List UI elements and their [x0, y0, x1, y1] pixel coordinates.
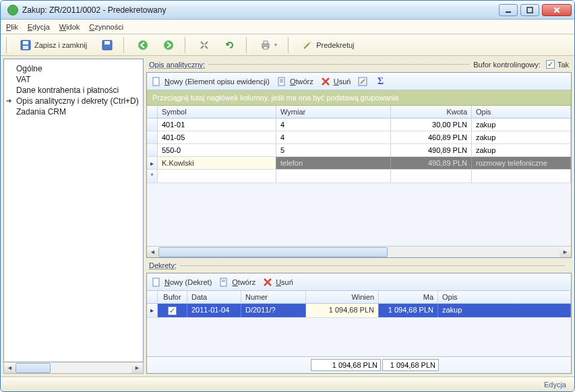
toolbar: Zapisz i zamknij ▾ Predekretuj: [1, 34, 574, 56]
dekrety-total-winien: 1 094,68 PLN: [311, 359, 381, 371]
col-header-numer[interactable]: Numer: [241, 291, 306, 303]
svg-point-17: [307, 40, 308, 42]
edit-icon: [357, 76, 368, 87]
opis-grid-row[interactable]: 401-05 4 460,89 PLN zakup: [147, 131, 571, 144]
save-close-label: Zapisz i zamknij: [34, 41, 87, 49]
window-maximize-button[interactable]: [520, 4, 539, 16]
col-header-opis[interactable]: Opis: [438, 291, 571, 303]
svg-rect-5: [23, 41, 28, 44]
dekrety-bufor-checkbox[interactable]: [168, 306, 177, 315]
opis-sigma-button[interactable]: Σ: [375, 76, 386, 87]
col-header-opis[interactable]: Opis: [472, 106, 571, 118]
arrow-left-icon: [138, 40, 148, 51]
dekrety-toolbar: Nowy (Dekret) Otwórz Usuń: [147, 273, 571, 291]
svg-rect-6: [23, 46, 28, 49]
sidebar-item-vat[interactable]: VAT: [7, 74, 140, 85]
opis-grid-hscroll[interactable]: ◄ ►: [147, 246, 571, 257]
group-by-hint[interactable]: Przeciągnij tutaj nagłówek kolumny, jeśl…: [147, 90, 571, 106]
opis-toolbar: Nowy (Element opisu ewidencji) Otwórz Us…: [147, 73, 571, 90]
tools-button[interactable]: [193, 37, 215, 53]
save-button[interactable]: [96, 37, 118, 53]
new-doc-icon: [151, 76, 162, 87]
opis-grid: Symbol Wymiar Kwota Opis 401-01 4 30,00 …: [147, 106, 571, 246]
print-button[interactable]: ▾: [255, 37, 282, 53]
bufor-kontrolingowy-text: Tak: [557, 61, 569, 69]
svg-point-9: [138, 40, 148, 50]
tools-icon: [199, 40, 210, 51]
opis-grid-row[interactable]: 550-0 5 490,89 PLN zakup: [147, 144, 571, 157]
svg-rect-27: [220, 278, 226, 286]
dekrety-total-ma: 1 094,68 PLN: [382, 359, 439, 371]
new-doc-icon: [151, 277, 162, 288]
col-header-winien[interactable]: Winien: [306, 291, 379, 303]
back-button[interactable]: [132, 37, 154, 53]
refresh-icon: [224, 40, 235, 51]
col-header-data[interactable]: Data: [187, 291, 241, 303]
sidebar-item-zadania-crm[interactable]: Zadania CRM: [7, 106, 140, 117]
arrow-right-icon: [163, 40, 174, 51]
svg-point-16: [304, 43, 305, 44]
col-header-kwota[interactable]: Kwota: [391, 106, 472, 118]
open-icon: [218, 277, 229, 288]
svg-point-15: [309, 41, 311, 44]
opis-nowy-button[interactable]: Nowy (Element opisu ewidencji): [151, 76, 270, 87]
opis-section-header: Opis analityczny: Bufor kontrolingowy: T…: [146, 59, 572, 70]
opis-grid-row-selected[interactable]: ▸ K.Kowlski telefon 490,89 PLN rozmowy t…: [147, 157, 571, 170]
svg-rect-8: [104, 41, 110, 44]
sidebar: Ogólne VAT Dane kontrahenta i płatności …: [3, 59, 144, 362]
opis-usun-button[interactable]: Usuń: [320, 76, 351, 87]
delete-icon: [320, 76, 331, 87]
dekrety-grid: Bufor Data Numer Winien Ma Opis ▸ 2011-0…: [147, 291, 571, 356]
menu-edycja[interactable]: Edycja: [28, 23, 50, 31]
menu-czynnosci[interactable]: Czynności: [89, 23, 123, 31]
bufor-kontrolingowy-label: Bufor kontrolingowy:: [473, 61, 541, 69]
svg-rect-1: [527, 7, 533, 13]
statusbar: Edycja: [1, 377, 574, 391]
opis-edit-button[interactable]: [357, 76, 368, 87]
opis-otworz-button[interactable]: Otwórz: [276, 76, 313, 87]
svg-rect-18: [153, 77, 159, 86]
window-close-button[interactable]: [542, 4, 572, 16]
col-header-wymiar[interactable]: Wymiar: [276, 106, 391, 118]
sidebar-item-opis-analityczny[interactable]: Opis analityczny i dekrety (Ctrl+D): [7, 96, 140, 106]
window-minimize-button[interactable]: [499, 4, 518, 16]
sidebar-item-ogolne[interactable]: Ogólne: [7, 63, 140, 74]
opis-grid-row-new[interactable]: [147, 170, 571, 183]
open-icon: [276, 76, 287, 87]
col-header-ma[interactable]: Ma: [379, 291, 438, 303]
col-header-bufor[interactable]: Bufor: [158, 291, 187, 303]
col-header-symbol[interactable]: Symbol: [158, 106, 276, 118]
wand-icon: [302, 40, 313, 51]
delete-icon: [262, 277, 273, 288]
forward-button[interactable]: [158, 37, 179, 53]
svg-rect-13: [264, 46, 268, 49]
sidebar-item-dane-kontrahenta[interactable]: Dane kontrahenta i płatności: [7, 85, 140, 96]
bufor-kontrolingowy-checkbox[interactable]: [546, 60, 555, 69]
app-icon: [7, 5, 18, 15]
dekrety-otworz-button[interactable]: Otwórz: [218, 277, 255, 288]
refresh-button[interactable]: [219, 37, 241, 53]
dekrety-header-label: Dekrety:: [149, 261, 177, 269]
save-close-button[interactable]: Zapisz i zamknij: [15, 37, 92, 53]
window-title: Zakup: ZR/2011/0002 - Predekretowany: [22, 5, 166, 15]
predekretuj-label: Predekretuj: [316, 41, 354, 49]
svg-rect-19: [278, 77, 284, 86]
svg-point-10: [164, 40, 173, 50]
opis-grid-row[interactable]: 401-01 4 30,00 PLN zakup: [147, 119, 571, 131]
dekrety-grid-row-selected[interactable]: ▸ 2011-01-04 D/2011/? 1 094,68 PLN 1 094…: [147, 304, 571, 318]
svg-rect-12: [264, 41, 268, 44]
dekrety-usun-button[interactable]: Usuń: [262, 277, 293, 288]
printer-icon: [260, 40, 271, 51]
menu-plik[interactable]: Plik: [6, 23, 18, 31]
svg-rect-26: [153, 278, 159, 286]
opis-header-label: Opis analityczny:: [149, 61, 205, 69]
save-icon: [20, 40, 31, 51]
diskette-icon: [102, 40, 113, 51]
window-titlebar: Zakup: ZR/2011/0002 - Predekretowany: [1, 1, 574, 20]
dekrety-section-header: Dekrety:: [146, 260, 572, 271]
menu-widok[interactable]: Widok: [59, 23, 80, 31]
dekrety-nowy-button[interactable]: Nowy (Dekret): [151, 277, 212, 288]
predekretuj-button[interactable]: Predekretuj: [297, 37, 359, 53]
menubar: Plik Edycja Widok Czynności: [1, 20, 574, 34]
sidebar-scrollbar[interactable]: ◄ ►: [3, 362, 144, 374]
